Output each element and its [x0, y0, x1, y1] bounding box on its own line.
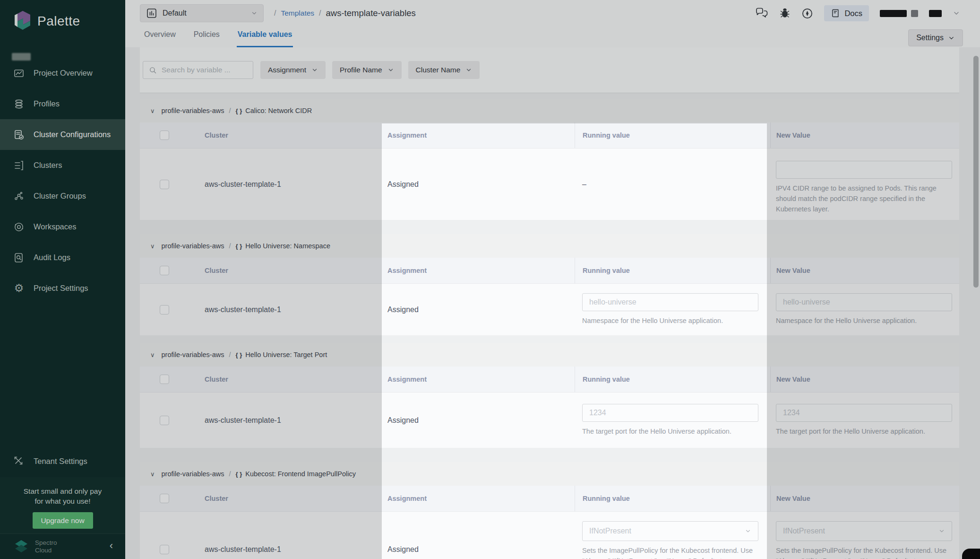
- sidebar-item-tenant-settings[interactable]: Tenant Settings: [0, 446, 125, 476]
- table-header-row: Cluster Assignment Running value New Val…: [140, 486, 959, 511]
- filter-label: Profile Name: [340, 66, 382, 74]
- section-header[interactable]: ∨ profile-variables-aws / { } Hello Univ…: [140, 343, 959, 367]
- compass-icon[interactable]: [801, 8, 813, 19]
- section-header[interactable]: ∨ profile-variables-aws / { } Kubecost: …: [140, 462, 959, 486]
- running-value-cell: 1234The target port for the Hello Univer…: [575, 393, 770, 448]
- section-collapse-chevron-icon[interactable]: ∨: [150, 351, 155, 358]
- row-assignment-value: Assigned: [387, 416, 419, 425]
- filter-cluster-name-dropdown[interactable]: Cluster Name: [408, 61, 480, 79]
- braces-icon: { }: [236, 107, 242, 114]
- bug-report-icon[interactable]: [779, 8, 791, 19]
- new-value-cell: IfNotPresentSets the ImagePullPolicy for…: [770, 512, 959, 559]
- redacted-user-avatar: [929, 10, 942, 17]
- section-collapse-chevron-icon[interactable]: ∨: [150, 471, 155, 478]
- sidebar-item-audit-logs[interactable]: Audit Logs: [0, 242, 125, 273]
- new-value-input[interactable]: [776, 161, 952, 179]
- row-assignment-value: Assigned: [387, 545, 419, 554]
- sidebar-item-label: Profiles: [34, 99, 60, 108]
- section-breadcrumb-slash: /: [229, 470, 231, 478]
- section-profile-link[interactable]: profile-variables-aws: [162, 351, 224, 358]
- bar-chart-icon: [146, 8, 157, 19]
- sidebar-item-cluster-groups[interactable]: Cluster Groups: [0, 181, 125, 211]
- sidebar-item-project-settings[interactable]: ⚙ Project Settings: [0, 273, 125, 304]
- sidebar-item-label: Cluster Configurations: [34, 130, 111, 139]
- variable-section: ∨ profile-variables-aws / { } Kubecost: …: [140, 462, 959, 559]
- section-profile-link[interactable]: profile-variables-aws: [162, 470, 224, 478]
- project-scope-selector[interactable]: Default: [140, 4, 264, 22]
- filter-assignment-dropdown[interactable]: Assignment: [260, 61, 326, 79]
- breadcrumb-separator: /: [274, 9, 276, 17]
- row-checkbox[interactable]: [160, 416, 169, 425]
- chevron-down-icon: [387, 67, 394, 73]
- book-icon: [831, 9, 840, 18]
- section-profile-link[interactable]: profile-variables-aws: [162, 107, 224, 114]
- tab-overview[interactable]: Overview: [143, 30, 177, 47]
- new-value-select[interactable]: IfNotPresent: [776, 521, 952, 541]
- row-checkbox[interactable]: [160, 545, 169, 554]
- gear-icon: ⚙: [13, 283, 25, 294]
- running-value-select[interactable]: IfNotPresent: [582, 521, 758, 541]
- server-list-icon: [13, 160, 25, 171]
- sidebar-collapse-icon[interactable]: ‹: [110, 541, 113, 551]
- tab-policies[interactable]: Policies: [193, 30, 221, 47]
- column-header: Cluster: [205, 495, 228, 502]
- docs-button[interactable]: Docs: [824, 5, 869, 21]
- column-header: Cluster: [205, 376, 228, 383]
- settings-button[interactable]: Settings: [908, 29, 963, 46]
- upgrade-now-button[interactable]: Upgrade now: [33, 512, 93, 529]
- sidebar-item-profiles[interactable]: Profiles: [0, 88, 125, 119]
- select-all-checkbox[interactable]: [160, 375, 169, 384]
- new-value-cell: IPV4 CIDR range to be assigned to Pods. …: [770, 148, 959, 220]
- sidebar-item-workspaces[interactable]: Workspaces: [0, 211, 125, 242]
- section-header[interactable]: ∨ profile-variables-aws / { } Hello Univ…: [140, 234, 959, 258]
- chart-icon: [13, 68, 25, 79]
- sidebar-item-label: Project Settings: [34, 284, 88, 293]
- select-all-checkbox[interactable]: [160, 266, 169, 275]
- sidebar-item-label: Cluster Groups: [34, 192, 86, 201]
- column-header: Running value: [583, 131, 630, 139]
- tab-variable-values[interactable]: Variable values: [237, 30, 293, 47]
- row-checkbox[interactable]: [160, 180, 169, 189]
- braces-icon: { }: [236, 471, 242, 478]
- corner-widget: [962, 549, 980, 559]
- sidebar-item-project-overview[interactable]: Project Overview: [0, 58, 125, 88]
- sidebar-item-label: Workspaces: [34, 222, 76, 231]
- row-checkbox[interactable]: [160, 305, 169, 314]
- breadcrumb-separator: /: [319, 9, 321, 17]
- new-value-input[interactable]: hello-universe: [776, 293, 952, 311]
- running-value-input[interactable]: 1234: [582, 404, 758, 422]
- feedback-chat-icon[interactable]: [756, 8, 768, 19]
- sidebar-item-cluster-configurations[interactable]: Cluster Configurations: [0, 119, 125, 150]
- filter-label: Cluster Name: [416, 66, 461, 74]
- breadcrumb-templates-link[interactable]: Templates: [281, 9, 314, 17]
- section-collapse-chevron-icon[interactable]: ∨: [150, 107, 155, 114]
- section-variable-name: Hello Universe: Target Port: [245, 351, 327, 358]
- palette-logo: Palette: [13, 10, 80, 32]
- vertical-scrollbar[interactable]: [973, 56, 979, 288]
- table-header-row: Cluster Assignment Running value New Val…: [140, 367, 959, 392]
- running-dash-value: –: [582, 180, 586, 189]
- section-collapse-chevron-icon[interactable]: ∨: [150, 243, 155, 250]
- chevron-down-icon: [948, 35, 955, 42]
- tab-bar: Overview Policies Variable values: [140, 30, 293, 47]
- new-value-cell: hello-universeNamespace for the Hello Un…: [770, 284, 959, 335]
- running-value-input[interactable]: hello-universe: [582, 293, 758, 311]
- select-all-checkbox[interactable]: [160, 494, 169, 503]
- layers-icon: [13, 98, 25, 110]
- row-cluster-name: aws-cluster-template-1: [205, 306, 281, 314]
- variable-search-input[interactable]: Search by variable ...: [143, 61, 253, 79]
- column-header: New Value: [776, 376, 810, 383]
- sidebar-item-clusters[interactable]: Clusters: [0, 150, 125, 181]
- section-header[interactable]: ∨ profile-variables-aws / { } Calico: Ne…: [140, 99, 959, 122]
- new-value-input[interactable]: 1234: [776, 404, 952, 422]
- select-all-checkbox[interactable]: [160, 131, 169, 140]
- chevron-down-icon: [311, 67, 318, 73]
- sidebar-item-label: Project Overview: [34, 69, 93, 78]
- redacted-user-name: [880, 10, 907, 17]
- section-profile-link[interactable]: profile-variables-aws: [162, 242, 224, 250]
- topbar: Default / Templates / aws-template-varia…: [125, 0, 980, 47]
- filter-label: Assignment: [268, 66, 306, 74]
- user-menu-chevron-icon[interactable]: [953, 9, 960, 17]
- filter-profile-name-dropdown[interactable]: Profile Name: [332, 61, 402, 79]
- chevron-down-icon: [465, 67, 472, 73]
